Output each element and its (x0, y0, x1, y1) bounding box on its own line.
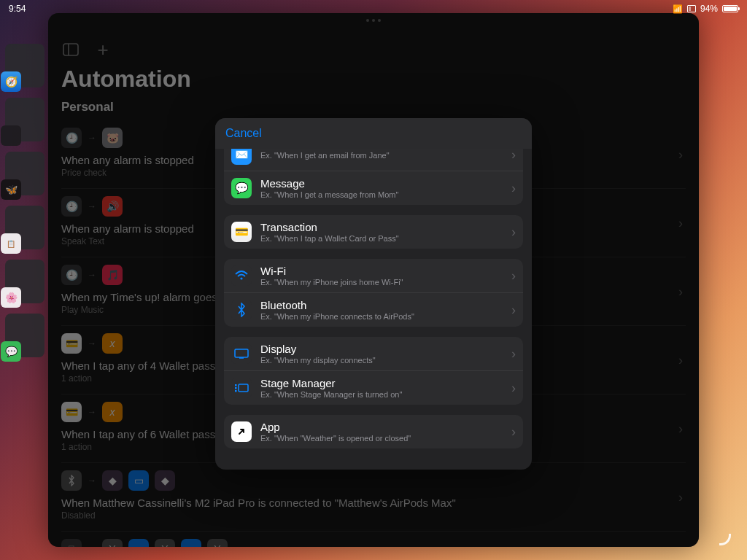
trigger-group: ✉️ Ex. "When I get an email from Jane" ›… (224, 149, 523, 205)
svg-rect-4 (239, 357, 244, 359)
trigger-title: App (260, 421, 503, 433)
trigger-desc: Ex. "When my iPhone connects to AirPods" (260, 312, 503, 321)
trigger-desc: Ex. "When "Weather" is opened or closed" (260, 434, 503, 443)
message-icon: 💬 (231, 178, 252, 198)
messages-icon: 💬 (1, 341, 21, 362)
trigger-row-email[interactable]: ✉️ Ex. "When I get an email from Jane" › (224, 149, 523, 171)
trigger-title: Display (260, 343, 503, 355)
status-time: 9:54 (9, 4, 26, 14)
trigger-row-transaction[interactable]: 💳 Transaction Ex. "When I tap a Wallet C… (224, 215, 523, 249)
display-icon (231, 343, 252, 364)
trigger-row-stagemanager[interactable]: Stage Manager Ex. "When Stage Manager is… (224, 370, 523, 405)
wifi-icon (673, 4, 683, 14)
chevron-right-icon: › (511, 303, 516, 318)
trigger-row-message[interactable]: 💬 Message Ex. "When I get a message from… (224, 171, 523, 205)
sheet-header: Cancel (215, 118, 532, 149)
svg-point-2 (240, 277, 242, 279)
chevron-right-icon: › (511, 424, 516, 440)
battery-percent: 94% (700, 4, 718, 14)
stage-manager-strip: 🧭 🦋 📋 🌸 💬 (3, 44, 47, 531)
trigger-title: Transaction (260, 221, 503, 233)
chevron-right-icon: › (511, 268, 516, 284)
chevron-right-icon: › (511, 381, 516, 396)
trigger-picker-sheet: Cancel ✉️ Ex. "When I get an email from … (215, 118, 532, 470)
chevron-right-icon: › (511, 149, 516, 163)
stagemanager-icon (231, 378, 252, 398)
trigger-desc: Ex. "When my iPhone joins home Wi-Fi" (260, 278, 503, 287)
photos-icon: 🌸 (1, 287, 21, 308)
trigger-desc: Ex. "When Stage Manager is turned on" (260, 390, 503, 399)
svg-rect-3 (235, 349, 248, 357)
safari-icon: 🧭 (1, 71, 21, 92)
cancel-button[interactable]: Cancel (225, 127, 262, 140)
stage-thumb[interactable]: 📋 (5, 206, 44, 249)
trigger-desc: Ex. "When my display connects" (260, 356, 503, 365)
trigger-row-display[interactable]: Display Ex. "When my display connects" › (224, 337, 523, 370)
trigger-title: Stage Manager (260, 377, 503, 389)
trigger-row-bluetooth[interactable]: Bluetooth Ex. "When my iPhone connects t… (224, 292, 523, 327)
stagemanager-status-icon (687, 5, 696, 12)
stage-thumb[interactable]: 💬 (5, 314, 44, 357)
trigger-row-wifi[interactable]: Wi-Fi Ex. "When my iPhone joins home Wi-… (224, 259, 523, 292)
shortcuts-window: + Automation Personal 🕘 → 🐷 When any ala… (48, 13, 699, 547)
chevron-right-icon: › (511, 225, 516, 240)
trigger-title: Message (260, 177, 503, 190)
stage-thumb[interactable] (5, 98, 44, 141)
bluetooth-icon (231, 300, 252, 320)
butterflies-icon: 🦋 (1, 179, 21, 200)
reminders-icon: 📋 (1, 233, 21, 254)
wallet-icon: 💳 (231, 222, 252, 242)
trigger-desc: Ex. "When I get an email from Jane" (260, 151, 503, 160)
svg-rect-8 (239, 384, 248, 392)
trigger-group: Display Ex. "When my display connects" ›… (224, 337, 523, 405)
mail-icon: ✉️ (231, 149, 252, 165)
trigger-title: Wi-Fi (260, 265, 503, 277)
svg-rect-7 (235, 390, 237, 392)
trigger-desc: Ex. "When I get a message from Mom" (260, 190, 503, 199)
trigger-group: App Ex. "When "Weather" is opened or clo… (224, 415, 523, 448)
trigger-desc: Ex. "When I tap a Wallet Card or Pass" (260, 234, 503, 243)
trigger-title: Bluetooth (260, 299, 503, 311)
wifi-icon (231, 265, 252, 286)
trigger-row-app[interactable]: App Ex. "When "Weather" is opened or clo… (224, 415, 523, 448)
sheet-body[interactable]: ✉️ Ex. "When I get an email from Jane" ›… (215, 149, 532, 470)
stage-thumb[interactable]: 🦋 (5, 152, 44, 195)
svg-rect-6 (235, 387, 237, 389)
stage-thumb[interactable]: 🌸 (5, 260, 44, 303)
status-bar: 9:54 94% (0, 3, 747, 15)
app-icon (231, 421, 252, 442)
trigger-group: 💳 Transaction Ex. "When I tap a Wallet C… (224, 215, 523, 249)
chevron-right-icon: › (511, 181, 516, 196)
chevron-right-icon: › (511, 346, 516, 362)
resize-indicator-icon[interactable] (719, 534, 731, 545)
trigger-group: Wi-Fi Ex. "When my iPhone joins home Wi-… (224, 259, 523, 327)
stage-thumb[interactable]: 🧭 (5, 44, 44, 88)
status-right: 94% (673, 4, 738, 14)
battery-icon (722, 5, 738, 12)
app-icon (1, 125, 21, 146)
svg-rect-5 (235, 384, 237, 386)
